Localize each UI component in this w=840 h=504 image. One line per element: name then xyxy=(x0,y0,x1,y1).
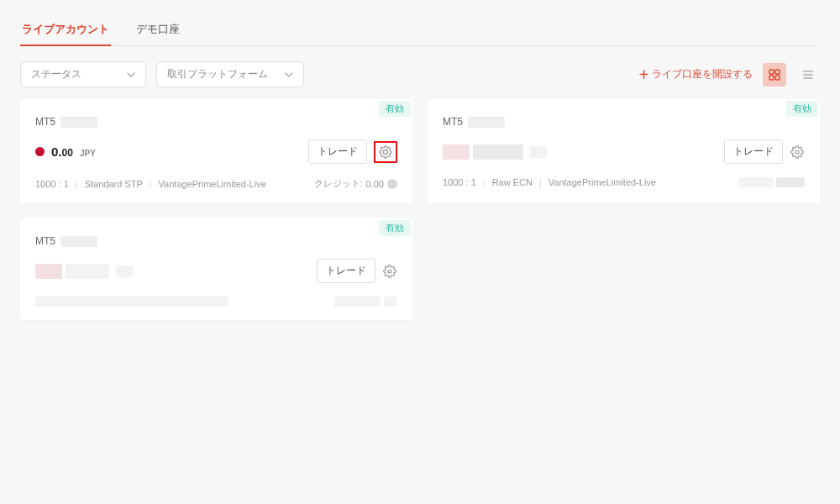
balance: 0.00 JPY xyxy=(35,144,96,159)
account-type-label: Raw ECN xyxy=(492,177,533,187)
trade-button[interactable]: トレード xyxy=(724,139,783,164)
redacted-block xyxy=(739,177,773,187)
credit-info: クレジット: 0.00 xyxy=(314,177,397,190)
info-icon[interactable] xyxy=(387,179,397,189)
toolbar: ステータス 取引プラットフォーム ライブ口座を開設する xyxy=(20,61,820,87)
tab-live-account[interactable]: ライブアカウント xyxy=(20,17,111,45)
tab-demo-account[interactable]: デモ口座 xyxy=(134,17,181,45)
redacted-block xyxy=(443,144,470,160)
open-live-account-label: ライブ口座を開設する xyxy=(652,67,753,81)
platform-label: MT5 xyxy=(35,235,55,247)
redacted-block xyxy=(473,144,523,160)
settings-button[interactable] xyxy=(382,264,397,279)
gear-icon xyxy=(383,265,396,278)
status-badge: 有効 xyxy=(379,220,411,236)
redacted-block xyxy=(530,146,547,158)
svg-point-4 xyxy=(795,150,799,154)
trade-button[interactable]: トレード xyxy=(308,139,367,164)
list-view-button[interactable] xyxy=(796,63,820,87)
chevron-down-icon xyxy=(285,71,293,79)
server-label: VantagePrimeLimited-Live xyxy=(549,177,656,187)
leverage-label: 1000 : 1 xyxy=(443,177,476,187)
status-badge: 有効 xyxy=(379,101,411,117)
svg-rect-1 xyxy=(775,70,780,74)
trade-button[interactable]: トレード xyxy=(317,259,375,283)
gear-icon xyxy=(790,145,804,159)
leverage-label: 1000 : 1 xyxy=(35,179,69,189)
platform-label: MT5 xyxy=(443,116,463,128)
status-dot-icon xyxy=(35,147,45,156)
balance xyxy=(443,144,547,160)
open-live-account-button[interactable]: ライブ口座を開設する xyxy=(639,67,753,81)
status-filter-label: ステータス xyxy=(31,67,81,81)
redacted-block xyxy=(776,177,805,187)
account-tabs: ライブアカウント デモ口座 xyxy=(20,17,820,46)
balance-amount: 0.00 JPY xyxy=(51,144,96,159)
account-card: 有効 MT5 0.00 JPY トレード xyxy=(20,99,412,203)
svg-rect-2 xyxy=(769,76,774,80)
svg-rect-0 xyxy=(769,70,774,74)
redacted-block xyxy=(60,117,97,128)
redacted-block xyxy=(334,297,381,307)
redacted-block xyxy=(468,117,505,128)
account-type-label: Standard STP xyxy=(85,179,143,189)
platform-filter-label: 取引プラットフォーム xyxy=(167,67,268,81)
status-badge: 有効 xyxy=(786,101,818,117)
grid-icon xyxy=(769,69,780,81)
plus-icon xyxy=(639,70,648,79)
chevron-down-icon xyxy=(127,71,135,79)
redacted-block xyxy=(66,264,109,279)
account-card: 有効 MT5 トレード 100 xyxy=(428,99,820,203)
accounts-grid: 有効 MT5 0.00 JPY トレード xyxy=(20,99,820,320)
account-card: 有効 MT5 トレード xyxy=(20,218,412,320)
redacted-block xyxy=(116,265,133,277)
platform-filter[interactable]: 取引プラットフォーム xyxy=(156,61,304,87)
platform-label: MT5 xyxy=(35,116,55,128)
settings-button[interactable] xyxy=(790,144,805,160)
svg-rect-3 xyxy=(775,76,780,80)
redacted-block xyxy=(35,297,228,307)
settings-button[interactable] xyxy=(378,144,393,160)
redacted-block xyxy=(384,297,397,307)
list-icon xyxy=(802,69,814,81)
redacted-block xyxy=(35,264,62,279)
currency-label: JPY xyxy=(80,149,96,158)
gear-icon xyxy=(379,145,392,159)
balance xyxy=(35,264,133,279)
svg-point-5 xyxy=(388,270,391,273)
redacted-block xyxy=(60,236,97,247)
highlight-annotation xyxy=(374,141,397,163)
grid-view-button[interactable] xyxy=(763,63,786,87)
status-filter[interactable]: ステータス xyxy=(20,61,146,87)
server-label: VantagePrimeLimited-Live xyxy=(159,179,266,189)
